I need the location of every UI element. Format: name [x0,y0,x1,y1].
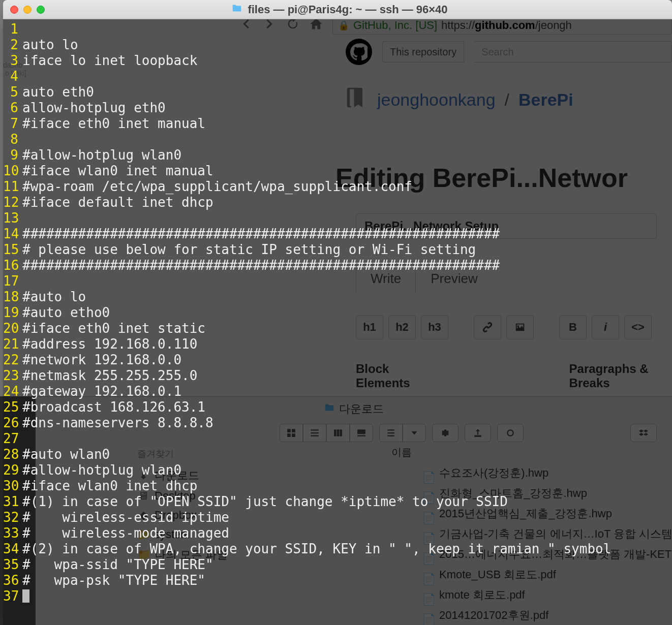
line-number: 18 [3,289,22,305]
close-icon[interactable] [10,6,18,14]
line-text: #allow-hotplug wlan0 [22,462,672,478]
window-controls[interactable] [10,6,45,14]
line-number: 2 [3,37,22,53]
terminal-line: 14######################################… [3,226,672,242]
line-text: #wpa-roam /etc/wpa_supplicant/wpa_suppli… [22,179,672,195]
line-number: 26 [3,415,22,431]
line-text: #dns-nameservers 8.8.8.8 [22,415,672,431]
line-number: 16 [3,258,22,273]
line-text: #allow-hotplug wlan0 [22,147,672,163]
terminal-line: 16######################################… [3,258,672,273]
line-number: 29 [3,462,22,478]
terminal-line: 28#auto wlan0 [3,447,672,462]
zoom-icon[interactable] [37,6,45,14]
terminal-body[interactable]: 12auto lo3iface lo inet loopback45auto e… [3,19,672,625]
line-number: 30 [3,478,22,494]
terminal-line: 1 [3,21,672,37]
line-text: #address 192.168.0.110 [22,336,672,352]
terminal-line: 30#iface wlan0 inet dhcp [3,478,672,494]
line-number: 36 [3,573,22,588]
terminal-line: 29#allow-hotplug wlan0 [3,462,672,478]
minimize-icon[interactable] [23,6,32,14]
line-text: iface lo inet loopback [22,53,672,69]
terminal-titlebar[interactable]: files — pi@Paris4g: ~ — ssh — 96×40 [3,0,672,19]
line-text [22,588,672,604]
line-text: #(2) in case of WPA, change your SSID, K… [22,541,672,557]
line-text [22,69,672,84]
line-number: 31 [3,494,22,510]
cursor [22,589,29,603]
line-number: 3 [3,53,22,69]
line-text: # wpa-ssid "TYPE HERE" [22,557,672,573]
line-text: # wireless-mode managed [22,525,672,541]
line-number: 14 [3,226,22,242]
line-text [22,21,672,37]
line-text: ########################################… [22,258,672,273]
terminal-line: 24#gateway 192.168.0.1 [3,384,672,399]
line-number: 19 [3,305,22,321]
line-number: 5 [3,84,22,100]
terminal-line: 11#wpa-roam /etc/wpa_supplicant/wpa_supp… [3,179,672,195]
line-number: 28 [3,447,22,462]
terminal-line: 12#iface default inet dhcp [3,195,672,210]
line-number: 17 [3,273,22,289]
line-number: 8 [3,132,22,147]
terminal-line: 22#network 192.168.0.0 [3,352,672,368]
folder-icon [231,3,242,17]
line-text: auto eth0 [22,84,672,100]
terminal-window[interactable]: files — pi@Paris4g: ~ — ssh — 96×40 12au… [3,0,672,625]
terminal-line: 32# wireless-essid iptime [3,510,672,525]
line-text: #auto etho0 [22,305,672,321]
line-number: 6 [3,100,22,116]
terminal-line: 4 [3,69,672,84]
terminal-line: 15# please use below for static IP setti… [3,242,672,258]
line-number: 25 [3,399,22,415]
line-text: ########################################… [22,226,672,242]
terminal-line: 2auto lo [3,37,672,53]
line-number: 27 [3,431,22,447]
line-text: auto lo [22,37,672,53]
terminal-line: 7#iface eth0 inet manual [3,116,672,132]
terminal-line: 18#auto lo [3,289,672,305]
terminal-line: 26#dns-nameservers 8.8.8.8 [3,415,672,431]
line-text: #netmask 255.255.255.0 [22,368,672,384]
terminal-line: 3iface lo inet loopback [3,53,672,69]
line-number: 9 [3,147,22,163]
terminal-line: 17 [3,273,672,289]
line-number: 4 [3,69,22,84]
line-number: 15 [3,242,22,258]
line-number: 33 [3,525,22,541]
terminal-line: 36# wpa-psk "TYPE HERE" [3,573,672,588]
terminal-line: 19#auto etho0 [3,305,672,321]
terminal-line: 8 [3,132,672,147]
terminal-line: 6allow-hotplug eth0 [3,100,672,116]
terminal-line: 20#iface eth0 inet static [3,321,672,336]
line-number: 24 [3,384,22,399]
line-number: 23 [3,368,22,384]
line-number: 34 [3,541,22,557]
terminal-line: 27 [3,431,672,447]
terminal-line: 13 [3,210,672,226]
line-text [22,132,672,147]
line-number: 11 [3,179,22,195]
terminal-line: 31#(1) in case of "OPEN SSID" just chang… [3,494,672,510]
terminal-title: files — pi@Paris4g: ~ — ssh — 96×40 [50,3,629,17]
terminal-line: 25#broadcast 168.126.63.1 [3,399,672,415]
line-text: #auto wlan0 [22,447,672,462]
line-text: #iface eth0 inet manual [22,116,672,132]
line-number: 13 [3,210,22,226]
line-text: # please use below for static IP setting… [22,242,672,258]
terminal-line: 5auto eth0 [3,84,672,100]
terminal-line: 37 [3,588,672,604]
line-text: # wpa-psk "TYPE HERE" [22,573,672,588]
line-number: 12 [3,195,22,210]
line-number: 10 [3,163,22,179]
line-text: #auto lo [22,289,672,305]
line-text: #iface eth0 inet static [22,321,672,336]
line-number: 7 [3,116,22,132]
line-text [22,273,672,289]
terminal-line: 35# wpa-ssid "TYPE HERE" [3,557,672,573]
line-text: # wireless-essid iptime [22,510,672,525]
terminal-line: 10#iface wlan0 inet manual [3,163,672,179]
line-text [22,210,672,226]
